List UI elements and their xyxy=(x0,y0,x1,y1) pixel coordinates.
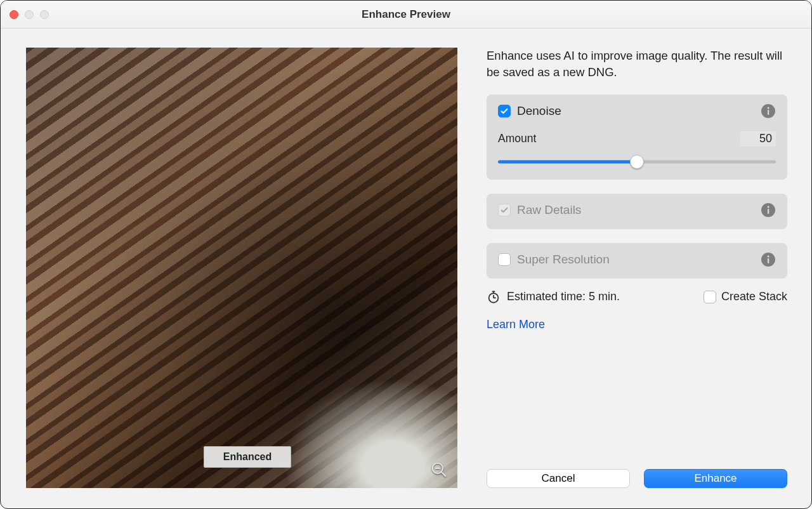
super-resolution-info-icon[interactable] xyxy=(761,252,776,267)
svg-rect-10 xyxy=(768,258,769,263)
options-panel: Enhance uses AI to improve image quality… xyxy=(487,48,787,488)
window-close-button[interactable] xyxy=(10,10,18,19)
option-super-resolution-header: Super Resolution xyxy=(498,252,776,267)
svg-point-8 xyxy=(768,206,769,208)
timer-icon xyxy=(487,290,501,304)
slider-thumb[interactable] xyxy=(630,155,644,169)
option-denoise: Denoise Amount 50 xyxy=(487,95,787,180)
denoise-info-icon[interactable] xyxy=(761,103,776,119)
svg-line-1 xyxy=(442,472,446,477)
super-resolution-label: Super Resolution xyxy=(517,253,610,267)
slider-fill xyxy=(498,160,637,163)
preview-image[interactable]: Enhanced xyxy=(26,48,457,488)
svg-rect-7 xyxy=(768,209,769,214)
denoise-label: Denoise xyxy=(517,104,561,118)
preview-pane: Enhanced xyxy=(26,48,457,488)
footer-info: Estimated time: 5 min. Create Stack xyxy=(487,290,787,304)
option-super-resolution: Super Resolution xyxy=(487,243,787,279)
window-controls xyxy=(10,10,49,19)
button-row: Cancel Enhance xyxy=(487,469,787,488)
svg-point-11 xyxy=(768,255,769,257)
raw-details-label: Raw Details xyxy=(517,203,581,217)
denoise-amount-slider[interactable] xyxy=(498,155,776,168)
denoise-amount-label: Amount xyxy=(498,132,536,145)
create-stack: Create Stack xyxy=(704,290,787,303)
enhanced-badge-label: Enhanced xyxy=(223,451,272,463)
denoise-checkbox[interactable] xyxy=(498,105,511,117)
enhance-button[interactable]: Enhance xyxy=(644,469,787,488)
zoom-out-icon[interactable] xyxy=(428,459,450,480)
window-title: Enhance Preview xyxy=(362,8,450,21)
create-stack-label: Create Stack xyxy=(721,290,787,303)
estimated-time-label: Estimated time: 5 min. xyxy=(507,290,620,303)
content: Enhanced Enhance uses AI to improve imag… xyxy=(1,29,811,508)
denoise-amount-row: Amount 50 xyxy=(498,131,776,147)
option-raw-details-header: Raw Details xyxy=(498,202,776,218)
window-fullscreen-button[interactable] xyxy=(40,10,49,19)
super-resolution-checkbox xyxy=(498,253,511,266)
enhance-preview-window: Enhance Preview Enhanced Enhance uses AI… xyxy=(0,0,812,509)
raw-details-checkbox xyxy=(498,204,511,216)
enhanced-badge: Enhanced xyxy=(204,446,291,468)
raw-details-info-icon[interactable] xyxy=(761,202,776,218)
option-denoise-header: Denoise xyxy=(498,103,776,119)
svg-rect-4 xyxy=(768,110,769,115)
learn-more-link[interactable]: Learn More xyxy=(487,318,787,331)
create-stack-checkbox[interactable] xyxy=(704,291,716,303)
cancel-button[interactable]: Cancel xyxy=(487,469,630,488)
intro-text: Enhance uses AI to improve image quality… xyxy=(487,48,787,81)
svg-point-5 xyxy=(768,107,769,109)
window-minimize-button[interactable] xyxy=(25,10,34,19)
denoise-amount-value[interactable]: 50 xyxy=(740,131,776,147)
option-raw-details: Raw Details xyxy=(487,194,787,229)
titlebar: Enhance Preview xyxy=(1,1,811,29)
